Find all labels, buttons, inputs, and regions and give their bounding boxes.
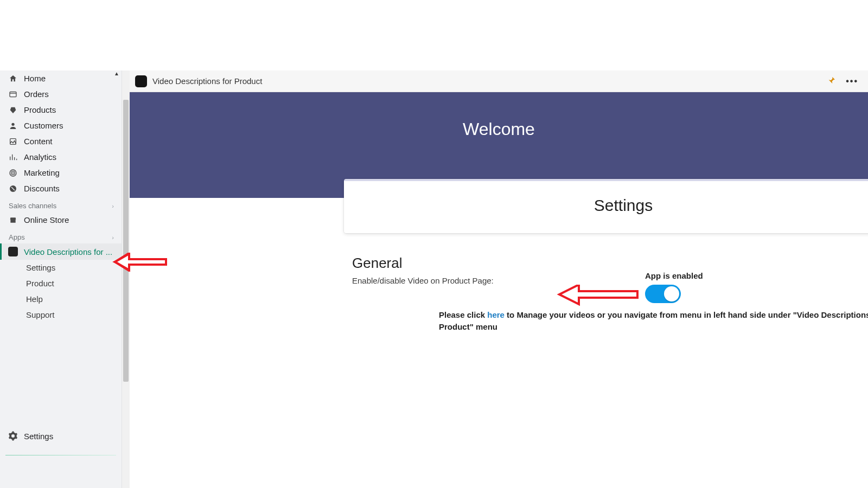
app-logo-icon xyxy=(135,75,147,87)
general-section-subtitle: Enable/disable Video on Product Page: xyxy=(352,276,846,285)
subnav-product[interactable]: Product xyxy=(0,275,122,291)
customers-icon xyxy=(8,121,18,130)
card-heading: Settings xyxy=(344,196,868,215)
subnav-help[interactable]: Help xyxy=(0,291,122,307)
more-icon[interactable]: ••• xyxy=(846,76,858,86)
apps-header-label: Apps xyxy=(9,233,25,241)
helper-prefix: Please click xyxy=(439,310,487,319)
nav-online-store[interactable]: Online Store xyxy=(0,212,122,228)
divider xyxy=(5,455,116,455)
vertical-scrollbar[interactable] xyxy=(122,70,130,488)
general-section-title: General xyxy=(352,255,846,272)
nav-home-label: Home xyxy=(24,74,46,83)
gear-icon xyxy=(8,431,18,441)
scroll-up-arrow-icon[interactable]: ▲ xyxy=(114,70,119,76)
svg-point-1 xyxy=(11,123,14,125)
nav-discounts-label: Discounts xyxy=(24,184,60,193)
home-icon xyxy=(8,74,18,83)
nav-products[interactable]: Products xyxy=(0,102,122,118)
chevron-right-icon: › xyxy=(112,203,114,209)
products-icon xyxy=(8,106,18,114)
settings-card: Settings xyxy=(344,179,868,233)
sales-channels-label: Sales channels xyxy=(9,202,56,210)
scroll-thumb[interactable] xyxy=(123,100,129,382)
sales-channels-header[interactable]: Sales channels › xyxy=(0,196,122,212)
nav-customers[interactable]: Customers xyxy=(0,118,122,133)
nav-analytics-label: Analytics xyxy=(24,152,56,162)
sidebar-item-video-descriptions[interactable]: Video Descriptions for ... xyxy=(0,243,122,260)
enable-toggle[interactable] xyxy=(645,285,681,303)
nav-orders[interactable]: Orders xyxy=(0,86,122,102)
sidebar: ▲ Home Orders Products Customers xyxy=(0,70,122,488)
nav-global-settings[interactable]: Settings xyxy=(0,428,122,444)
analytics-icon xyxy=(8,153,18,162)
nav-content-label: Content xyxy=(24,137,53,146)
app-title: Video Descriptions for Product xyxy=(152,76,262,86)
chevron-right-icon: › xyxy=(112,234,114,241)
nav-orders-label: Orders xyxy=(24,89,49,99)
main-content: Video Descriptions for Product ••• Welco… xyxy=(130,70,868,488)
toggle-label: App is enabled xyxy=(645,271,703,280)
online-store-icon xyxy=(8,216,18,224)
subnav-settings[interactable]: Settings xyxy=(0,260,122,275)
svg-rect-0 xyxy=(10,92,16,97)
app-topbar: Video Descriptions for Product ••• xyxy=(130,70,868,92)
nav-marketing[interactable]: Marketing xyxy=(0,165,122,181)
toggle-knob xyxy=(664,286,679,301)
nav-content[interactable]: Content xyxy=(0,133,122,149)
nav-marketing-label: Marketing xyxy=(24,168,60,177)
nav-customers-label: Customers xyxy=(24,121,63,130)
manage-videos-link[interactable]: here xyxy=(487,310,505,319)
sidebar-item-label: Video Descriptions for ... xyxy=(24,247,112,256)
nav-home[interactable]: Home xyxy=(0,70,122,86)
discounts-icon xyxy=(8,184,18,193)
app-icon xyxy=(8,247,18,256)
orders-icon xyxy=(8,90,18,99)
svg-point-5 xyxy=(12,172,13,173)
nav-analytics[interactable]: Analytics xyxy=(0,149,122,165)
nav-online-store-label: Online Store xyxy=(24,215,69,224)
helper-text: Please click here to Manage your videos … xyxy=(439,309,868,333)
nav-discounts[interactable]: Discounts xyxy=(0,181,122,196)
apps-header[interactable]: Apps › xyxy=(0,228,122,243)
content-icon xyxy=(8,137,18,146)
nav-global-settings-label: Settings xyxy=(24,432,53,441)
nav-products-label: Products xyxy=(24,105,56,114)
pin-icon[interactable] xyxy=(827,76,836,87)
subnav-support[interactable]: Support xyxy=(0,307,122,323)
marketing-icon xyxy=(8,169,18,177)
